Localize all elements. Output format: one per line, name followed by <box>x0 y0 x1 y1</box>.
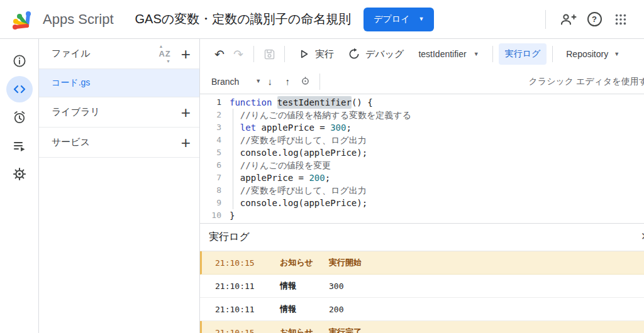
editor-toolbar: ↶ ↷ 実行 デバッグ <box>200 39 644 69</box>
close-icon: ✕ <box>641 231 644 243</box>
log-message: 実行開始 <box>329 257 362 268</box>
code-line[interactable]: 2 //りんごの値段を格納する変数を定義する <box>200 109 644 121</box>
git-bar: Branch ▼ ↓ ↑ クラシック エディタを使用す <box>200 69 644 94</box>
code-token: 200 <box>309 172 325 184</box>
code-area[interactable]: 1function testIdentifier() {2 //りんごの値段を格… <box>200 94 644 223</box>
add-service-button[interactable]: + <box>181 134 191 151</box>
log-time: 21:10:11 <box>215 281 265 291</box>
code-line[interactable]: 9 console.log(applePrice); <box>200 197 644 209</box>
code-line[interactable]: 10} <box>200 209 644 222</box>
toolbar-divider <box>552 46 553 62</box>
code-line[interactable]: 6 //りんごの値段を変更 <box>200 159 644 172</box>
editor-column: ↶ ↷ 実行 デバッグ <box>200 39 644 333</box>
code-line[interactable]: 8 //変数を呼び出して、ログ出力 <box>200 184 644 197</box>
chevron-down-icon: ▼ <box>418 16 424 22</box>
branch-selector[interactable]: Branch ▼ <box>211 77 261 87</box>
execution-log-panel: 実行ログ ✕ 21:10:15お知らせ実行開始21:10:11情報30021:1… <box>200 223 644 333</box>
deploy-button[interactable]: デプロイ ▼ <box>364 8 434 31</box>
person-add-icon <box>560 12 577 27</box>
log-row[interactable]: 21:10:15お知らせ実行完了 <box>200 321 644 333</box>
line-number: 8 <box>200 184 221 197</box>
log-row[interactable]: 21:10:15お知らせ実行開始 <box>200 251 644 275</box>
alarm-clock-icon <box>12 110 27 125</box>
code-line[interactable]: 5 console.log(applePrice); <box>200 146 644 159</box>
app-header: Apps Script GASの変数・定数の識別子の命名規則 デプロイ ▼ ? <box>0 0 644 39</box>
sort-down-caret: ▼ <box>166 59 171 63</box>
rail-overview-button[interactable] <box>6 48 33 74</box>
line-number: 3 <box>200 121 221 134</box>
add-file-button[interactable]: + <box>181 46 191 62</box>
google-apps-button[interactable] <box>608 6 634 33</box>
run-button[interactable]: 実行 <box>291 48 341 60</box>
sort-az-icon[interactable]: ▲ AZ ▼ <box>158 49 170 58</box>
code-line[interactable]: 4 //変数を呼び出して、ログ出力 <box>200 134 644 146</box>
libraries-section[interactable]: ライブラリ + <box>39 97 199 128</box>
libraries-label: ライブラリ <box>52 106 181 118</box>
rail-editor-button[interactable] <box>6 76 33 102</box>
function-selector[interactable]: testIdentifier ▼ <box>411 49 486 59</box>
execution-log-toggle[interactable]: 実行ログ <box>499 43 547 65</box>
repository-label: Repository <box>566 49 608 59</box>
log-time: 21:10:15 <box>215 258 265 268</box>
code-token: } <box>230 209 235 222</box>
code-line[interactable]: 3 let applePrice = 300; <box>200 121 644 134</box>
save-floppy-icon <box>263 48 276 61</box>
line-number: 5 <box>200 146 221 159</box>
classic-editor-link[interactable]: クラシック エディタを使用す <box>529 76 644 87</box>
services-section[interactable]: サービス + <box>39 128 199 158</box>
git-settings-button[interactable] <box>296 75 314 88</box>
code-line[interactable]: 7 applePrice = 200; <box>200 172 644 184</box>
push-button[interactable]: ↑ <box>279 76 296 87</box>
pull-button[interactable]: ↓ <box>261 76 279 87</box>
files-panel: ファイル ▲ AZ ▼ + コード.gs ライブラリ + サービス + <box>39 39 200 333</box>
code-line[interactable]: 1function testIdentifier() { <box>200 96 644 109</box>
help-button[interactable]: ? <box>581 6 608 33</box>
line-number: 4 <box>200 134 221 146</box>
log-type: お知らせ <box>280 257 329 268</box>
line-number: 10 <box>200 209 221 222</box>
apps-grid-icon <box>614 13 628 26</box>
save-button[interactable] <box>260 45 279 63</box>
line-number: 6 <box>200 159 221 172</box>
close-log-button[interactable]: ✕ <box>641 230 644 243</box>
add-library-button[interactable]: + <box>181 104 191 121</box>
rail-settings-button[interactable] <box>6 161 33 187</box>
run-label: 実行 <box>315 48 334 60</box>
line-number: 2 <box>200 109 221 121</box>
code-token: //りんごの値段を格納する変数を定義する <box>230 109 411 121</box>
code-token: 300 <box>330 121 346 134</box>
redo-button[interactable]: ↷ <box>229 45 248 63</box>
file-name: コード.gs <box>52 77 90 89</box>
function-name: testIdentifier <box>418 49 466 59</box>
indent-guide <box>233 109 233 209</box>
files-panel-header: ファイル ▲ AZ ▼ + <box>39 39 199 69</box>
rail-executions-button[interactable] <box>6 133 33 159</box>
debug-label: デバッグ <box>365 48 404 60</box>
debug-button[interactable]: デバッグ <box>341 48 411 60</box>
repository-menu[interactable]: Repository ▼ <box>558 49 627 59</box>
code-token: console.log(applePrice); <box>230 146 367 159</box>
code-token: console.log(applePrice); <box>230 197 367 209</box>
log-row[interactable]: 21:10:11情報300 <box>200 275 644 298</box>
code-token <box>230 121 240 134</box>
toolbar-divider <box>253 46 254 62</box>
info-icon <box>12 53 27 68</box>
execution-log-header: 実行ログ ✕ <box>200 224 644 251</box>
code-token: function <box>230 96 277 109</box>
debug-icon <box>348 48 360 60</box>
add-collaborator-button[interactable] <box>555 6 581 33</box>
undo-button[interactable]: ↶ <box>210 45 229 63</box>
code-token: applePrice = <box>256 121 330 134</box>
file-item-code-gs[interactable]: コード.gs <box>39 69 199 97</box>
rail-triggers-button[interactable] <box>6 104 33 131</box>
code-token: ; <box>325 172 330 184</box>
log-row[interactable]: 21:10:11情報200 <box>200 298 644 321</box>
log-type: 情報 <box>280 303 329 315</box>
code-token: //変数を呼び出して、ログ出力 <box>230 184 367 197</box>
log-message: 300 <box>329 281 343 291</box>
project-title[interactable]: GASの変数・定数の識別子の命名規則 <box>135 11 352 28</box>
toolbar-divider <box>284 46 285 62</box>
code-token: let <box>240 121 256 134</box>
line-number: 9 <box>200 197 221 209</box>
execution-log-title: 実行ログ <box>209 231 250 244</box>
